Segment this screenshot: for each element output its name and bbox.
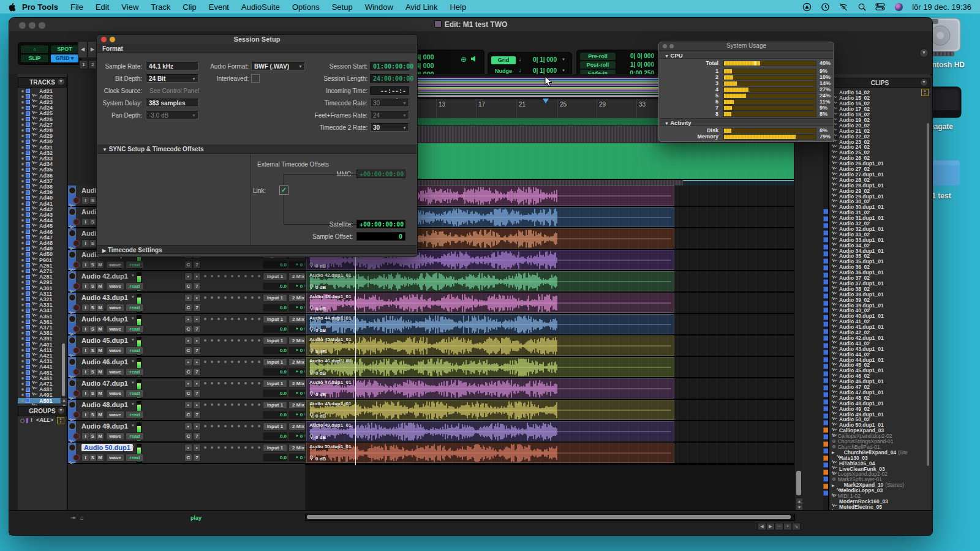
record-enable-button[interactable]: [73, 433, 80, 440]
automation-chip[interactable]: ▪: [193, 380, 201, 388]
scroll-options-icon[interactable]: ⌂: [80, 514, 84, 521]
track-name-caret-icon[interactable]: ▼: [131, 402, 135, 406]
track-list-item[interactable]: Ad45: [18, 223, 66, 229]
automation-dot-icon[interactable]: [231, 296, 233, 299]
automation-dot-icon[interactable]: [211, 361, 213, 363]
automation-dot-icon[interactable]: [204, 382, 206, 384]
comments-button[interactable]: C: [184, 411, 192, 419]
comments-button[interactable]: C: [184, 325, 192, 333]
automation-dot-icon[interactable]: [251, 296, 254, 299]
automation-dot-icon[interactable]: [238, 361, 240, 363]
audio-clip[interactable]: Audio 42.dup1_010 dB: [306, 271, 674, 291]
automation-mode-button[interactable]: read: [126, 389, 144, 397]
automation-dot-icon[interactable]: [217, 361, 220, 363]
automation-chip[interactable]: ▪: [184, 294, 192, 302]
menu-avid-link[interactable]: Avid Link: [399, 2, 444, 12]
track-header[interactable]: Audio 45.dup1▼ISMwaveread▪▪C7Input 12 Mi…: [68, 335, 305, 357]
dsp-button[interactable]: 7: [193, 347, 201, 354]
comments-button[interactable]: C: [184, 368, 192, 376]
playlist-selector-icon[interactable]: [69, 272, 76, 280]
playlist-selector-icon[interactable]: [69, 422, 76, 430]
automation-dot-icon[interactable]: [251, 339, 254, 342]
track-show-dot-icon[interactable]: [21, 101, 24, 103]
track-name-caret-icon[interactable]: ▼: [131, 295, 135, 299]
pre-roll-label[interactable]: Pre-roll: [580, 53, 616, 60]
menu-pro-tools[interactable]: Pro Tools: [16, 2, 64, 12]
mute-button[interactable]: M: [96, 261, 104, 269]
sync-section-header[interactable]: ▼ SYNC Setup & Timecode Offsets: [97, 144, 417, 154]
input-selector[interactable]: Input 1: [263, 380, 287, 388]
hscrollbar-track[interactable]: [305, 514, 795, 521]
record-enable-button[interactable]: [73, 219, 80, 225]
menu-edit[interactable]: Edit: [89, 2, 115, 12]
record-enable-button[interactable]: [73, 197, 80, 204]
clips-scrollbar[interactable]: [927, 123, 929, 466]
automation-dot-icon[interactable]: [231, 382, 233, 384]
shuffle-mode-button[interactable]: ⌂ SHUFFLE: [20, 45, 49, 54]
track-list-item[interactable]: Ad40: [18, 195, 66, 201]
track-view-selector[interactable]: wave: [106, 368, 124, 376]
automation-dot-icon[interactable]: [211, 425, 213, 427]
mute-button[interactable]: M: [96, 368, 104, 376]
track-view-selector[interactable]: wave: [106, 389, 124, 397]
zoom-out-button[interactable]: ◀: [78, 41, 88, 58]
automation-dot-icon[interactable]: [251, 403, 254, 406]
track-list-item[interactable]: Ad22: [18, 94, 66, 99]
track-show-dot-icon[interactable]: [21, 377, 24, 380]
pre-roll-value[interactable]: 0| 0| 000: [611, 53, 654, 59]
track-list-item[interactable]: A291: [18, 280, 66, 285]
nudge-label[interactable]: Nudge: [491, 68, 516, 74]
interleaved-checkbox[interactable]: [251, 74, 260, 83]
dsp-button[interactable]: 7: [193, 304, 201, 312]
system-delay-field[interactable]: 383 samples: [146, 99, 198, 107]
track-view-selector[interactable]: wave: [106, 347, 124, 354]
record-enable-button[interactable]: [73, 390, 80, 397]
track-view-selector[interactable]: wave: [106, 454, 124, 462]
track-show-dot-icon[interactable]: [21, 203, 24, 205]
mute-button[interactable]: M: [96, 454, 104, 462]
cpu-section-header[interactable]: ▼ CPU: [660, 51, 833, 59]
automation-dot-icon[interactable]: [251, 361, 254, 363]
track-name[interactable]: Audio 50.dup1: [81, 444, 133, 451]
track-name[interactable]: Audio 47.dup1: [81, 380, 128, 387]
menu-window[interactable]: Window: [359, 2, 399, 12]
automation-dot-icon[interactable]: [204, 403, 206, 406]
track-list-item[interactable]: Ad29: [18, 133, 66, 139]
volume-display[interactable]: 0.0: [263, 304, 287, 312]
audio-clip[interactable]: Audio 44.dup1_010 dB: [306, 314, 674, 334]
tracks-menu-button[interactable]: ▼: [57, 78, 65, 86]
automation-chip[interactable]: ▪: [193, 294, 201, 302]
track-show-dot-icon[interactable]: [21, 247, 24, 250]
automation-dot-icon[interactable]: [211, 275, 213, 277]
automation-dot-icon[interactable]: [211, 296, 213, 299]
track-show-dot-icon[interactable]: [21, 168, 24, 171]
comments-button[interactable]: C: [184, 389, 192, 397]
automation-mode-button[interactable]: read: [126, 368, 144, 376]
expand-icon[interactable]: ▶: [832, 450, 835, 454]
track-show-dot-icon[interactable]: [21, 365, 24, 368]
playhead-marker[interactable]: [543, 99, 549, 103]
clips-panel-header[interactable]: CLIPS: [829, 78, 930, 88]
track-show-dot-icon[interactable]: [21, 394, 24, 396]
automation-chip[interactable]: ▪: [184, 358, 192, 366]
automation-dot-icon[interactable]: [211, 382, 213, 384]
clip-volume-label[interactable]: 0 dB: [309, 284, 326, 290]
time-machine-icon[interactable]: [820, 2, 830, 12]
track-lane[interactable]: Audio 45.dup1_010 dB: [305, 335, 794, 357]
mute-button[interactable]: M: [96, 432, 104, 440]
expand-icon[interactable]: ▶: [832, 483, 835, 487]
track-list-item[interactable]: A421: [18, 353, 66, 358]
track-show-dot-icon[interactable]: [21, 129, 24, 132]
track-show-dot-icon[interactable]: [21, 298, 24, 301]
audio-clip[interactable]: Audio 50.dup1_010 dB: [306, 443, 674, 463]
track-lane[interactable]: Audio 42.dup1_010 dB: [305, 271, 794, 293]
track-view-selector[interactable]: wave: [106, 261, 124, 269]
track-list-item[interactable]: Ad44: [18, 218, 66, 223]
mute-button[interactable]: M: [96, 304, 104, 312]
dsp-button[interactable]: 7: [193, 432, 201, 440]
track-name[interactable]: Audio 45.dup1: [81, 337, 128, 344]
automation-dot-icon[interactable]: [231, 275, 233, 277]
resize-button[interactable]: ↘: [792, 523, 801, 530]
track-show-dot-icon[interactable]: [21, 231, 24, 233]
track-list-item[interactable]: A281: [18, 274, 66, 280]
